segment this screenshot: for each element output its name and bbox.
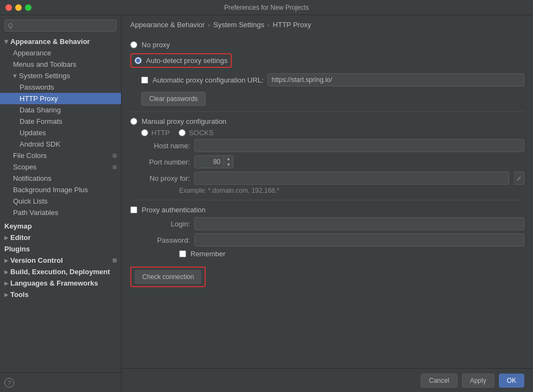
breadcrumb-part-2: System Settings [213,21,264,29]
sidebar-item-label: Keymap [4,222,32,230]
expand-icon: ▶ [4,258,8,263]
sidebar-item-date-formats[interactable]: Date Formats [0,116,121,127]
check-connection-button[interactable]: Check connection [135,270,201,284]
sidebar-item-passwords[interactable]: Passwords [0,81,121,93]
remember-checkbox[interactable] [179,250,186,257]
login-input[interactable] [194,217,524,230]
cancel-button[interactable]: Cancel [421,374,457,388]
password-row: Password: [141,233,524,246]
check-connection-section: Check connection [130,267,524,287]
sidebar-item-version-control[interactable]: ▶ Version Control ⊞ [0,255,121,266]
sidebar-item-label: Build, Execution, Deployment [10,268,110,276]
http-label[interactable]: HTTP [151,129,170,137]
auto-config-url-input[interactable] [268,73,524,86]
sidebar-item-notifications[interactable]: Notifications [0,173,121,184]
sidebar-item-menus-toolbars[interactable]: Menus and Toolbars [0,59,121,70]
sidebar-item-http-proxy[interactable]: HTTP Proxy [0,93,121,104]
port-number-label: Port number: [141,158,190,166]
auto-detect-row: Auto-detect proxy settings [135,56,227,65]
sidebar-item-plugins[interactable]: Plugins [0,243,121,255]
auto-detect-radio[interactable] [135,57,142,64]
sidebar: Q ▶ Appearance & Behavior Appearance Men… [0,15,122,392]
auto-detect-label[interactable]: Auto-detect proxy settings [146,56,227,65]
host-name-row: Host name: [141,139,524,152]
sidebar-item-tools[interactable]: ▶ Tools [0,289,121,300]
proxy-auth-checkbox[interactable] [130,206,137,213]
no-proxy-for-label: No proxy for: [141,174,190,182]
settings-icon: ⊞ [112,153,117,159]
port-input[interactable] [194,155,224,168]
sidebar-item-file-colors[interactable]: File Colors ⊞ [0,150,121,161]
search-input[interactable] [15,22,113,29]
sidebar-item-build-execution[interactable]: ▶ Build, Execution, Deployment [0,266,121,277]
search-icon: Q [8,22,13,29]
sidebar-item-android-sdk[interactable]: Android SDK [0,138,121,150]
no-proxy-for-input[interactable] [194,172,509,185]
no-proxy-row: No proxy [130,41,524,49]
maximize-button[interactable] [25,4,31,11]
minimize-button[interactable] [15,4,22,11]
breadcrumb: Appearance & Behavior › System Settings … [122,15,533,33]
sidebar-item-label: Background Image Plus [13,186,88,194]
sidebar-item-label: Appearance & Behavior [10,37,90,46]
clear-passwords-button[interactable]: Clear passwords [141,92,206,106]
sidebar-item-updates[interactable]: Updates [0,127,121,138]
login-label: Login: [141,220,190,228]
no-proxy-hint: Example: *.domain.com, 192.168.* [179,187,524,194]
breadcrumb-sep-1: › [208,22,210,28]
sidebar-item-appearance[interactable]: Appearance [0,47,121,59]
help-button[interactable]: ? [4,378,14,388]
window-controls[interactable] [5,4,31,11]
no-proxy-label[interactable]: No proxy [142,41,170,49]
no-proxy-radio[interactable] [130,41,137,48]
sidebar-item-path-variables[interactable]: Path Variables [0,207,121,218]
sidebar-item-label: Path Variables [13,208,59,217]
expand-icon: ▶ [12,74,18,78]
search-box[interactable]: Q [4,20,117,31]
sidebar-item-appearance-behavior[interactable]: ▶ Appearance & Behavior [0,36,121,47]
auto-config-checkbox[interactable] [141,77,148,84]
password-input[interactable] [194,233,524,246]
manual-proxy-radio[interactable] [130,118,137,125]
manual-proxy-label[interactable]: Manual proxy configuration [142,117,226,125]
sidebar-item-label: File Colors [13,151,47,160]
sidebar-item-label: Appearance [13,49,51,57]
host-name-input[interactable] [194,139,524,152]
proxy-auth-label[interactable]: Proxy authentication [142,206,206,214]
sidebar-item-label: Version Control [10,256,63,264]
sidebar-item-keymap[interactable]: Keymap [0,220,121,232]
sidebar-item-label: Quick Lists [13,197,48,205]
http-radio[interactable] [141,129,148,136]
sidebar-item-background-image-plus[interactable]: Background Image Plus [0,184,121,195]
settings-icon: ⊞ [112,164,117,170]
sidebar-item-label: HTTP Proxy [20,94,58,103]
no-proxy-for-row: No proxy for: ⤢ [141,172,524,185]
apply-button[interactable]: Apply [462,374,494,388]
http-option: HTTP [141,129,170,137]
port-down-button[interactable]: ▼ [224,162,233,168]
sidebar-item-label: Menus and Toolbars [13,60,77,68]
sidebar-item-languages-frameworks[interactable]: ▶ Languages & Frameworks [0,277,121,289]
port-number-row: Port number: ▲ ▼ [141,155,524,168]
close-button[interactable] [5,4,12,11]
sidebar-item-quick-lists[interactable]: Quick Lists [0,195,121,207]
proxy-auth-row: Proxy authentication [130,206,524,214]
login-row: Login: [141,217,524,230]
remember-label[interactable]: Remember [191,250,225,258]
sidebar-item-data-sharing[interactable]: Data Sharing [0,104,121,116]
socks-label[interactable]: SOCKS [189,129,214,137]
socks-radio[interactable] [179,129,186,136]
auto-config-label[interactable]: Automatic proxy configuration URL: [153,76,263,84]
sidebar-item-system-settings[interactable]: ▶ System Settings [0,70,121,81]
ok-button[interactable]: OK [499,374,524,388]
main-layout: Q ▶ Appearance & Behavior Appearance Men… [0,15,533,392]
sidebar-item-label: Passwords [20,83,54,91]
port-up-button[interactable]: ▲ [224,156,233,162]
expand-icon: ▶ [4,40,9,43]
sidebar-item-scopes[interactable]: Scopes ⊞ [0,161,121,173]
no-proxy-expand-button[interactable]: ⤢ [513,172,524,185]
sidebar-item-label: Editor [10,233,31,242]
sidebar-item-label: Date Formats [20,117,62,125]
port-spinner: ▲ ▼ [224,155,233,168]
sidebar-item-editor[interactable]: ▶ Editor [0,232,121,243]
